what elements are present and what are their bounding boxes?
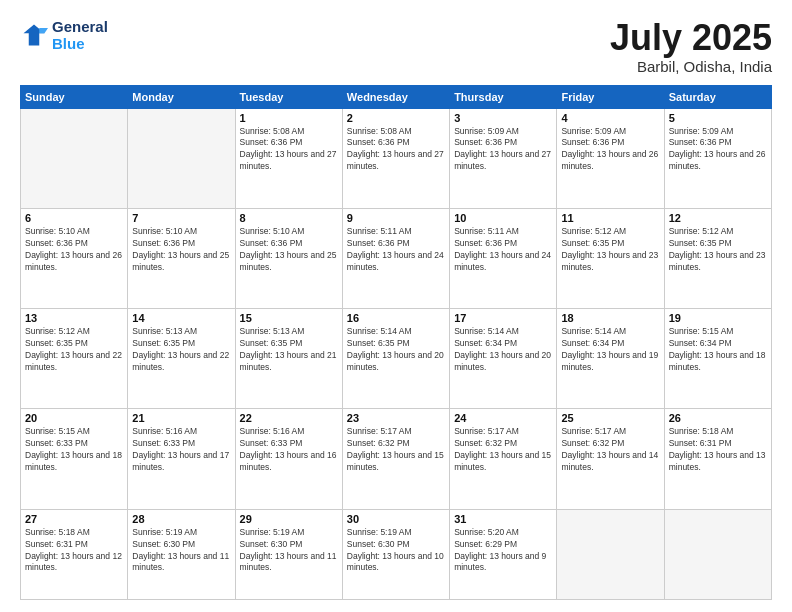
day-number: 16 [347, 312, 445, 324]
day-number: 31 [454, 513, 552, 525]
calendar-cell: 2Sunrise: 5:08 AM Sunset: 6:36 PM Daylig… [342, 108, 449, 208]
calendar-cell: 17Sunrise: 5:14 AM Sunset: 6:34 PM Dayli… [450, 309, 557, 409]
calendar-cell: 13Sunrise: 5:12 AM Sunset: 6:35 PM Dayli… [21, 309, 128, 409]
day-number: 3 [454, 112, 552, 124]
day-number: 22 [240, 412, 338, 424]
cell-info: Sunrise: 5:12 AM Sunset: 6:35 PM Dayligh… [561, 226, 659, 274]
cell-info: Sunrise: 5:13 AM Sunset: 6:35 PM Dayligh… [132, 326, 230, 374]
calendar-cell: 3Sunrise: 5:09 AM Sunset: 6:36 PM Daylig… [450, 108, 557, 208]
day-number: 6 [25, 212, 123, 224]
cell-info: Sunrise: 5:12 AM Sunset: 6:35 PM Dayligh… [25, 326, 123, 374]
cell-info: Sunrise: 5:12 AM Sunset: 6:35 PM Dayligh… [669, 226, 767, 274]
location: Barbil, Odisha, India [610, 58, 772, 75]
cell-info: Sunrise: 5:16 AM Sunset: 6:33 PM Dayligh… [240, 426, 338, 474]
calendar-cell: 4Sunrise: 5:09 AM Sunset: 6:36 PM Daylig… [557, 108, 664, 208]
day-number: 21 [132, 412, 230, 424]
day-number: 11 [561, 212, 659, 224]
svg-marker-0 [24, 25, 45, 46]
weekday-header-monday: Monday [128, 85, 235, 108]
cell-info: Sunrise: 5:15 AM Sunset: 6:33 PM Dayligh… [25, 426, 123, 474]
cell-info: Sunrise: 5:20 AM Sunset: 6:29 PM Dayligh… [454, 527, 552, 575]
cell-info: Sunrise: 5:19 AM Sunset: 6:30 PM Dayligh… [347, 527, 445, 575]
day-number: 19 [669, 312, 767, 324]
weekday-header-wednesday: Wednesday [342, 85, 449, 108]
calendar-cell: 15Sunrise: 5:13 AM Sunset: 6:35 PM Dayli… [235, 309, 342, 409]
day-number: 27 [25, 513, 123, 525]
weekday-header-friday: Friday [557, 85, 664, 108]
cell-info: Sunrise: 5:17 AM Sunset: 6:32 PM Dayligh… [454, 426, 552, 474]
calendar-cell: 28Sunrise: 5:19 AM Sunset: 6:30 PM Dayli… [128, 509, 235, 599]
logo: General Blue [20, 18, 108, 52]
day-number: 30 [347, 513, 445, 525]
calendar-cell: 6Sunrise: 5:10 AM Sunset: 6:36 PM Daylig… [21, 208, 128, 308]
calendar-cell: 25Sunrise: 5:17 AM Sunset: 6:32 PM Dayli… [557, 409, 664, 509]
weekday-header-row: SundayMondayTuesdayWednesdayThursdayFrid… [21, 85, 772, 108]
day-number: 10 [454, 212, 552, 224]
day-number: 5 [669, 112, 767, 124]
calendar-cell: 5Sunrise: 5:09 AM Sunset: 6:36 PM Daylig… [664, 108, 771, 208]
weekday-header-sunday: Sunday [21, 85, 128, 108]
calendar-cell: 18Sunrise: 5:14 AM Sunset: 6:34 PM Dayli… [557, 309, 664, 409]
cell-info: Sunrise: 5:14 AM Sunset: 6:34 PM Dayligh… [454, 326, 552, 374]
calendar-cell [128, 108, 235, 208]
calendar-cell: 24Sunrise: 5:17 AM Sunset: 6:32 PM Dayli… [450, 409, 557, 509]
page: General Blue July 2025 Barbil, Odisha, I… [0, 0, 792, 612]
calendar-cell: 23Sunrise: 5:17 AM Sunset: 6:32 PM Dayli… [342, 409, 449, 509]
header: General Blue July 2025 Barbil, Odisha, I… [20, 18, 772, 75]
day-number: 28 [132, 513, 230, 525]
calendar-cell: 16Sunrise: 5:14 AM Sunset: 6:35 PM Dayli… [342, 309, 449, 409]
day-number: 15 [240, 312, 338, 324]
day-number: 23 [347, 412, 445, 424]
day-number: 17 [454, 312, 552, 324]
day-number: 29 [240, 513, 338, 525]
cell-info: Sunrise: 5:09 AM Sunset: 6:36 PM Dayligh… [561, 126, 659, 174]
day-number: 9 [347, 212, 445, 224]
weekday-header-tuesday: Tuesday [235, 85, 342, 108]
calendar-cell: 27Sunrise: 5:18 AM Sunset: 6:31 PM Dayli… [21, 509, 128, 599]
cell-info: Sunrise: 5:19 AM Sunset: 6:30 PM Dayligh… [240, 527, 338, 575]
calendar-cell: 11Sunrise: 5:12 AM Sunset: 6:35 PM Dayli… [557, 208, 664, 308]
calendar-cell: 8Sunrise: 5:10 AM Sunset: 6:36 PM Daylig… [235, 208, 342, 308]
cell-info: Sunrise: 5:14 AM Sunset: 6:34 PM Dayligh… [561, 326, 659, 374]
day-number: 12 [669, 212, 767, 224]
weekday-header-saturday: Saturday [664, 85, 771, 108]
calendar-cell: 20Sunrise: 5:15 AM Sunset: 6:33 PM Dayli… [21, 409, 128, 509]
cell-info: Sunrise: 5:19 AM Sunset: 6:30 PM Dayligh… [132, 527, 230, 575]
cell-info: Sunrise: 5:11 AM Sunset: 6:36 PM Dayligh… [454, 226, 552, 274]
svg-marker-1 [39, 28, 48, 33]
calendar-cell: 9Sunrise: 5:11 AM Sunset: 6:36 PM Daylig… [342, 208, 449, 308]
cell-info: Sunrise: 5:14 AM Sunset: 6:35 PM Dayligh… [347, 326, 445, 374]
cell-info: Sunrise: 5:15 AM Sunset: 6:34 PM Dayligh… [669, 326, 767, 374]
calendar-cell: 19Sunrise: 5:15 AM Sunset: 6:34 PM Dayli… [664, 309, 771, 409]
cell-info: Sunrise: 5:18 AM Sunset: 6:31 PM Dayligh… [25, 527, 123, 575]
day-number: 26 [669, 412, 767, 424]
cell-info: Sunrise: 5:17 AM Sunset: 6:32 PM Dayligh… [347, 426, 445, 474]
day-number: 13 [25, 312, 123, 324]
cell-info: Sunrise: 5:10 AM Sunset: 6:36 PM Dayligh… [132, 226, 230, 274]
calendar-cell [21, 108, 128, 208]
cell-info: Sunrise: 5:16 AM Sunset: 6:33 PM Dayligh… [132, 426, 230, 474]
day-number: 4 [561, 112, 659, 124]
day-number: 24 [454, 412, 552, 424]
cell-info: Sunrise: 5:11 AM Sunset: 6:36 PM Dayligh… [347, 226, 445, 274]
calendar-cell: 26Sunrise: 5:18 AM Sunset: 6:31 PM Dayli… [664, 409, 771, 509]
cell-info: Sunrise: 5:13 AM Sunset: 6:35 PM Dayligh… [240, 326, 338, 374]
day-number: 7 [132, 212, 230, 224]
month-title: July 2025 [610, 18, 772, 58]
day-number: 25 [561, 412, 659, 424]
calendar-cell: 10Sunrise: 5:11 AM Sunset: 6:36 PM Dayli… [450, 208, 557, 308]
calendar-cell: 12Sunrise: 5:12 AM Sunset: 6:35 PM Dayli… [664, 208, 771, 308]
day-number: 20 [25, 412, 123, 424]
weekday-header-thursday: Thursday [450, 85, 557, 108]
week-row-1: 1Sunrise: 5:08 AM Sunset: 6:36 PM Daylig… [21, 108, 772, 208]
day-number: 1 [240, 112, 338, 124]
cell-info: Sunrise: 5:17 AM Sunset: 6:32 PM Dayligh… [561, 426, 659, 474]
calendar-cell: 31Sunrise: 5:20 AM Sunset: 6:29 PM Dayli… [450, 509, 557, 599]
logo-text: General Blue [52, 18, 108, 52]
day-number: 8 [240, 212, 338, 224]
calendar-cell: 30Sunrise: 5:19 AM Sunset: 6:30 PM Dayli… [342, 509, 449, 599]
calendar-cell: 29Sunrise: 5:19 AM Sunset: 6:30 PM Dayli… [235, 509, 342, 599]
day-number: 2 [347, 112, 445, 124]
week-row-3: 13Sunrise: 5:12 AM Sunset: 6:35 PM Dayli… [21, 309, 772, 409]
calendar-cell: 21Sunrise: 5:16 AM Sunset: 6:33 PM Dayli… [128, 409, 235, 509]
